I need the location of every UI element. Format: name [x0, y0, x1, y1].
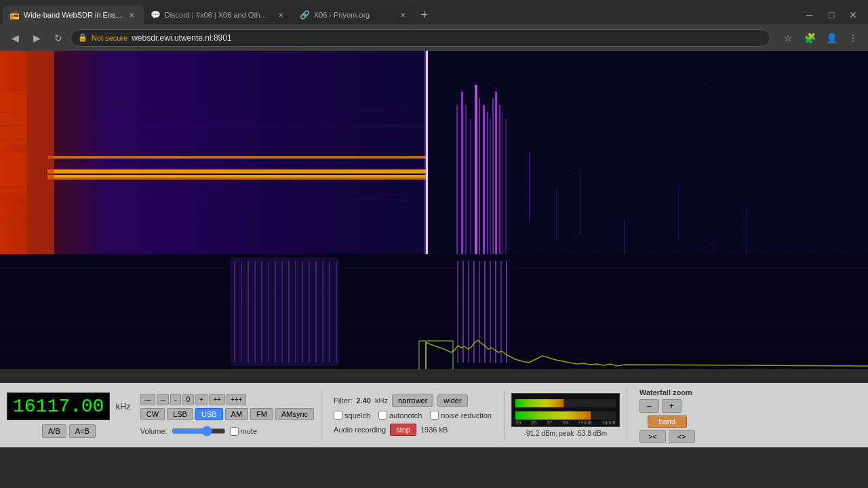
tab-bar: 📻 Wide-band WebSDR in Ens... ✕ 💬 Discord… [0, 0, 868, 24]
svg-rect-5 [0, 51, 427, 258]
svg-rect-53 [0, 295, 868, 296]
mute-checkbox[interactable] [230, 427, 239, 436]
waterfall-zoom-band[interactable]: band [648, 415, 687, 428]
tab1-title: Wide-band WebSDR in Ens... [24, 11, 122, 19]
tab3-title: X06 › Priyom.org [314, 11, 393, 19]
freq-step-plus1[interactable]: + [195, 394, 208, 405]
controls-bar: 16117.00 kHz A/B A=B --- -- - 0 + ++ +++… [0, 383, 868, 447]
svg-rect-76 [456, 258, 511, 366]
freq-step-zero[interactable]: 0 [182, 394, 195, 405]
new-tab-button[interactable]: + [415, 5, 434, 24]
svg-rect-58 [0, 363, 868, 363]
ab-button[interactable]: A/B [42, 424, 66, 438]
svg-rect-63 [254, 261, 256, 363]
svg-rect-67 [281, 261, 283, 363]
svg-rect-69 [295, 261, 296, 363]
mode-fm[interactable]: FM [250, 408, 273, 420]
autonotch-label: autonotch [378, 411, 422, 420]
tab-priyom[interactable]: 🔗 X06 › Priyom.org ✕ [293, 5, 415, 24]
filter-label: Filter: [334, 396, 353, 405]
security-icon: 🔒 [78, 33, 87, 42]
freq-step-minus1[interactable]: - [170, 394, 180, 405]
svg-rect-70 [302, 261, 303, 363]
tab-websdr[interactable]: 📻 Wide-band WebSDR in Ens... ✕ [3, 5, 144, 24]
mode-cw[interactable]: CW [140, 408, 165, 420]
meter-bar1 [515, 399, 564, 407]
freq-step-minus3[interactable]: --- [140, 394, 155, 405]
separator-1 [321, 390, 321, 441]
svg-rect-57 [0, 349, 868, 350]
svg-rect-75 [336, 261, 337, 363]
volume-slider[interactable] [172, 426, 226, 436]
narrower-button[interactable]: narrower [392, 394, 433, 407]
reload-button[interactable]: ↻ [49, 28, 68, 47]
stop-recording-button[interactable]: stop [390, 424, 416, 436]
svg-rect-64 [261, 261, 262, 363]
svg-rect-73 [322, 261, 323, 363]
svg-rect-77 [457, 261, 458, 363]
menu-icon[interactable]: ⋮ [844, 28, 863, 47]
waterfall-display[interactable]: 16105 16110 16115 16120 16125 16130 Emba… [0, 51, 868, 383]
svg-rect-47 [746, 207, 747, 254]
svg-rect-10 [210, 156, 427, 159]
svg-rect-45 [678, 186, 679, 241]
profile-icon[interactable]: 👤 [822, 28, 841, 47]
freq-step-minus2[interactable]: -- [157, 394, 170, 405]
svg-rect-80 [473, 261, 475, 363]
autonotch-checkbox[interactable] [378, 411, 387, 420]
filter-section: Filter: 2.40 kHz narrower wider squelch … [328, 387, 497, 443]
mode-usb[interactable]: USB [195, 408, 223, 420]
address-text: websdr.ewi.utwente.nl:8901 [132, 33, 763, 43]
separator-3 [627, 390, 627, 441]
maximize-button[interactable]: □ [822, 5, 841, 24]
svg-rect-83 [490, 261, 491, 363]
waterfall-zoom-right[interactable]: <> [669, 430, 695, 443]
tab3-close[interactable]: ✕ [397, 9, 408, 20]
extensions-icon[interactable]: 🧩 [800, 28, 819, 47]
wider-button[interactable]: wider [437, 394, 467, 407]
squelch-checkbox[interactable] [334, 411, 342, 420]
back-button[interactable]: ◀ [5, 28, 24, 47]
separator-2 [504, 390, 505, 441]
a-equals-b-button[interactable]: A=B [69, 424, 96, 438]
waterfall-zoom-minus[interactable]: – [639, 399, 659, 413]
meter-dbm-display: -91.2 dBm; peak -53.8 dBm [511, 430, 620, 437]
mode-am[interactable]: AM [225, 408, 249, 420]
audio-meter-section: S3S5S7S9+20dB+40dB -91.2 dBm; peak -53.8… [511, 387, 620, 443]
waterfall-zoom-left[interactable]: >< [639, 430, 666, 443]
svg-rect-74 [329, 261, 330, 363]
frequency-display: 16117.00 [7, 392, 110, 420]
svg-rect-9 [47, 156, 210, 159]
svg-rect-52 [0, 281, 868, 282]
forward-button[interactable]: ▶ [27, 28, 46, 47]
freq-step-plus2[interactable]: ++ [209, 394, 225, 405]
tab-discord[interactable]: 💬 Discord | #x06 | X06 and Other S... ✕ [144, 5, 293, 24]
svg-rect-86 [506, 261, 507, 363]
address-bar[interactable]: 🔒 Not secure websdr.ewi.utwente.nl:8901 [71, 29, 770, 47]
waterfall-zoom-plus[interactable]: + [662, 399, 682, 413]
filter-value: 2.40 [357, 396, 371, 405]
mode-amsync[interactable]: AMsync [275, 408, 314, 420]
noise-reduction-label: noise reduction [430, 411, 492, 420]
svg-rect-13 [0, 139, 427, 140]
svg-rect-17 [0, 51, 54, 258]
tab2-close[interactable]: ✕ [275, 9, 286, 20]
svg-rect-82 [484, 261, 486, 363]
close-button[interactable]: ✕ [844, 5, 863, 24]
tab1-close[interactable]: ✕ [126, 9, 137, 20]
bookmark-star-icon[interactable]: ☆ [778, 28, 797, 47]
svg-rect-68 [288, 261, 290, 363]
svg-rect-41 [580, 173, 580, 234]
freq-step-plus3[interactable]: +++ [226, 394, 247, 405]
navigation-bar: ◀ ▶ ↻ 🔒 Not secure websdr.ewi.utwente.nl… [0, 24, 868, 51]
svg-rect-81 [479, 261, 480, 363]
filter-unit: kHz [375, 396, 388, 405]
khz-label: kHz [115, 401, 130, 411]
noise-reduction-checkbox[interactable] [430, 411, 439, 420]
minimize-button[interactable]: ─ [800, 5, 819, 24]
meter-scale: S3S5S7S9+20dB+40dB [515, 420, 616, 425]
squelch-label: squelch [334, 411, 370, 420]
svg-rect-79 [468, 261, 469, 363]
mode-lsb[interactable]: LSB [167, 408, 193, 420]
svg-rect-84 [495, 261, 496, 363]
